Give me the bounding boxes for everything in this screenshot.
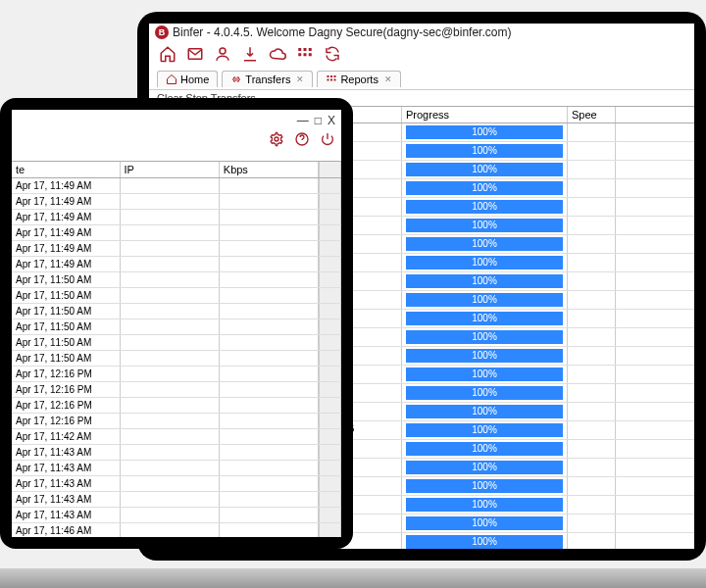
table-row[interactable]: Apr 17, 11:43 AM [12, 492, 341, 508]
home-icon[interactable] [159, 45, 176, 65]
table-row[interactable]: Apr 17, 11:43 AM [12, 476, 341, 492]
table-row[interactable]: Apr 17, 11:43 AM [12, 445, 341, 461]
table-row[interactable]: Apr 17, 12:16 PM [12, 414, 341, 429]
col-speed[interactable]: Spee [568, 107, 616, 122]
cell-progress: 100% [402, 459, 568, 476]
cell-kbps [220, 241, 319, 256]
cell-date: Apr 17, 12:16 PM [12, 367, 121, 381]
cell-date: Apr 17, 11:50 AM [12, 272, 121, 287]
scrollbar-cell[interactable] [319, 288, 341, 303]
scrollbar-cell[interactable] [319, 429, 341, 444]
close-button[interactable]: X [328, 114, 335, 127]
scrollbar-cell[interactable] [319, 367, 341, 381]
table-row[interactable]: Apr 17, 12:16 PM [12, 367, 341, 382]
table-row[interactable]: Apr 17, 11:50 AM [12, 351, 341, 367]
user-icon[interactable] [214, 45, 231, 65]
cell-date: Apr 17, 11:49 AM [12, 210, 121, 224]
cell-date: Apr 17, 11:43 AM [12, 476, 121, 491]
table-row[interactable]: Apr 17, 11:50 AM [12, 335, 341, 351]
cell-kbps [220, 476, 319, 491]
col-progress[interactable]: Progress [402, 107, 568, 122]
cell-date: Apr 17, 11:43 AM [12, 492, 121, 507]
mail-icon[interactable] [186, 45, 204, 65]
cell-ip [121, 445, 220, 460]
cell-progress: 100% [402, 366, 568, 383]
scrollbar-cell[interactable] [319, 257, 341, 271]
scrollbar-cell[interactable] [319, 445, 341, 460]
scrollbar-cell[interactable] [319, 492, 341, 507]
col-ip[interactable]: IP [121, 162, 220, 177]
table-row[interactable]: Apr 17, 12:16 PM [12, 398, 341, 414]
table-row[interactable]: Apr 17, 11:49 AM [12, 241, 341, 257]
scrollbar-cell[interactable] [319, 210, 341, 224]
scrollbar-cell[interactable] [319, 414, 341, 428]
table-row[interactable]: Apr 17, 11:46 AM [12, 523, 341, 537]
cell-ip [121, 492, 220, 507]
table-row[interactable]: Apr 17, 11:43 AM [12, 461, 341, 476]
scrollbar-cell[interactable] [319, 476, 341, 491]
table-row[interactable]: Apr 17, 11:49 AM [12, 225, 341, 241]
scrollbar-cell[interactable] [319, 272, 341, 287]
scrollbar-cell[interactable] [319, 461, 341, 475]
cell-progress: 100% [402, 421, 568, 439]
left-grid-body: Apr 17, 11:49 AMApr 17, 11:49 AMApr 17, … [12, 178, 341, 537]
tab-reports[interactable]: Reports ✕ [317, 71, 401, 87]
col-kbps[interactable]: Kbps [220, 162, 319, 177]
cell-date: Apr 17, 11:49 AM [12, 241, 121, 256]
svg-rect-13 [334, 79, 336, 81]
table-row[interactable]: Apr 17, 11:49 AM [12, 194, 341, 210]
scrollbar-cell[interactable] [319, 398, 341, 413]
cell-kbps [220, 319, 319, 334]
scrollbar-cell[interactable] [319, 382, 341, 397]
tab-transfers[interactable]: Transfers ✕ [222, 71, 313, 87]
scrollbar-cell[interactable] [319, 335, 341, 350]
table-row[interactable]: Apr 17, 11:43 AM [12, 508, 341, 523]
gear-icon[interactable] [269, 131, 284, 149]
close-icon[interactable]: ✕ [296, 74, 304, 84]
scrollbar-cell[interactable] [319, 523, 341, 537]
table-row[interactable]: Apr 17, 12:16 PM [12, 382, 341, 398]
progress-bar: 100% [406, 163, 563, 176]
cell-ip [121, 319, 220, 334]
cell-progress: 100% [402, 533, 568, 549]
table-row[interactable]: Apr 17, 11:50 AM [12, 272, 341, 288]
svg-rect-5 [298, 53, 301, 56]
scrollbar-cell[interactable] [319, 194, 341, 209]
cell-kbps [220, 382, 319, 397]
progress-bar: 100% [406, 498, 563, 512]
power-icon[interactable] [320, 131, 335, 149]
progress-bar: 100% [406, 423, 563, 437]
tab-home[interactable]: Home [157, 71, 218, 87]
scrollbar-cell[interactable] [319, 304, 341, 318]
table-row[interactable]: Apr 17, 11:42 AM [12, 429, 341, 445]
minimize-button[interactable]: — [297, 114, 309, 127]
maximize-button[interactable]: □ [315, 114, 322, 127]
scrollbar-cell[interactable] [319, 225, 341, 240]
scrollbar-cell[interactable] [319, 351, 341, 366]
table-row[interactable]: Apr 17, 11:50 AM [12, 304, 341, 319]
scrollbar-cell[interactable] [319, 241, 341, 256]
table-row[interactable]: Apr 17, 11:49 AM [12, 178, 341, 194]
cell-speed [568, 366, 616, 383]
scrollbar-cell[interactable] [319, 508, 341, 522]
tab-transfers-label: Transfers [245, 74, 290, 85]
close-icon[interactable]: ✕ [384, 74, 392, 84]
table-row[interactable]: Apr 17, 11:49 AM [12, 210, 341, 225]
help-icon[interactable] [294, 131, 310, 149]
cell-progress: 100% [402, 161, 568, 178]
download-icon[interactable] [241, 45, 259, 65]
cloud-icon[interactable] [269, 45, 286, 65]
svg-rect-11 [328, 79, 329, 81]
grid-icon[interactable] [296, 45, 314, 65]
transfers-tab-icon [230, 74, 242, 85]
refresh-icon[interactable] [324, 45, 341, 65]
scrollbar-cell[interactable] [319, 178, 341, 193]
cell-progress: 100% [402, 403, 568, 420]
table-row[interactable]: Apr 17, 11:50 AM [12, 319, 341, 335]
progress-bar: 100% [406, 516, 563, 530]
table-row[interactable]: Apr 17, 11:50 AM [12, 288, 341, 304]
table-row[interactable]: Apr 17, 11:49 AM [12, 257, 341, 272]
scrollbar-cell[interactable] [319, 319, 341, 334]
col-date[interactable]: te [12, 162, 121, 177]
cell-speed [568, 123, 616, 141]
